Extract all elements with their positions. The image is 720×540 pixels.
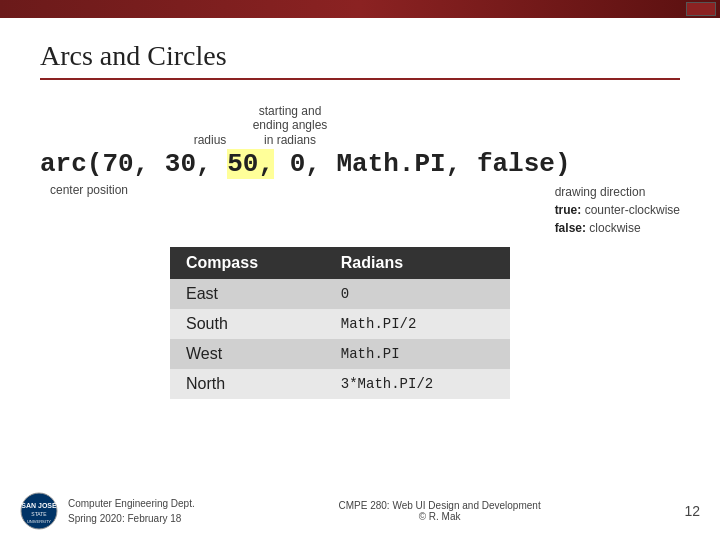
table-row: East0 [170, 279, 510, 309]
svg-text:UNIVERSITY: UNIVERSITY [27, 519, 51, 524]
table-header-radians: Radians [325, 247, 510, 279]
arc-code-line: arc(70, 30, 50, 0, Math.PI, false) [40, 149, 680, 179]
drawing-true-desc: counter-clockwise [581, 203, 680, 217]
slide-title: Arcs and Circles [40, 40, 680, 72]
table-cell-compass: East [170, 279, 325, 309]
top-bar-accent [686, 2, 716, 16]
footer-center: CMPE 280: Web UI Design and Development … [339, 500, 541, 522]
footer-dept: Computer Engineering Dept. [68, 496, 195, 511]
center-pos-row: center position drawing direction true: … [40, 183, 680, 237]
annotation-row: radius starting and ending anglesin radi… [40, 104, 680, 147]
arc-code-highlight: 50, [227, 149, 274, 179]
drawing-direction-title: drawing direction [555, 185, 646, 199]
footer-page: 12 [684, 503, 700, 519]
slide: Arcs and Circles radius starting and end… [0, 18, 720, 540]
table-cell-radians: 3*Math.PI/2 [325, 369, 510, 399]
top-bar [0, 0, 720, 18]
footer-left: SAN JOSÉ STATE UNIVERSITY Computer Engin… [20, 492, 195, 530]
arc-code-prefix: arc(70, 30, [40, 149, 227, 179]
table-row: North3*Math.PI/2 [170, 369, 510, 399]
arc-code-suffix: 0, Math.PI, false) [274, 149, 570, 179]
sjsu-logo: SAN JOSÉ STATE UNIVERSITY [20, 492, 58, 530]
title-underline [40, 78, 680, 80]
svg-text:STATE: STATE [31, 511, 47, 517]
footer: SAN JOSÉ STATE UNIVERSITY Computer Engin… [0, 492, 720, 530]
drawing-direction: drawing direction true: counter-clockwis… [555, 183, 680, 237]
drawing-true-label: true: [555, 203, 582, 217]
content-area: radius starting and ending anglesin radi… [0, 90, 720, 399]
center-position-label: center position [40, 183, 128, 197]
annotation-radius: radius [170, 133, 250, 147]
table-cell-radians: Math.PI [325, 339, 510, 369]
table-cell-compass: West [170, 339, 325, 369]
table-row: WestMath.PI [170, 339, 510, 369]
table-row: SouthMath.PI/2 [170, 309, 510, 339]
footer-semester: Spring 2020: February 18 [68, 511, 195, 526]
compass-table: Compass Radians East0SouthMath.PI/2WestM… [170, 247, 510, 399]
table-cell-radians: 0 [325, 279, 510, 309]
table-cell-compass: South [170, 309, 325, 339]
title-area: Arcs and Circles [0, 18, 720, 90]
svg-text:SAN JOSÉ: SAN JOSÉ [21, 501, 57, 509]
drawing-false-desc: clockwise [586, 221, 641, 235]
table-cell-compass: North [170, 369, 325, 399]
table-header-compass: Compass [170, 247, 325, 279]
drawing-false-label: false: [555, 221, 586, 235]
footer-copyright: © R. Mak [339, 511, 541, 522]
footer-course: CMPE 280: Web UI Design and Development [339, 500, 541, 511]
footer-info: Computer Engineering Dept. Spring 2020: … [68, 496, 195, 526]
annotation-angles: starting and ending anglesin radians [250, 104, 330, 147]
table-cell-radians: Math.PI/2 [325, 309, 510, 339]
